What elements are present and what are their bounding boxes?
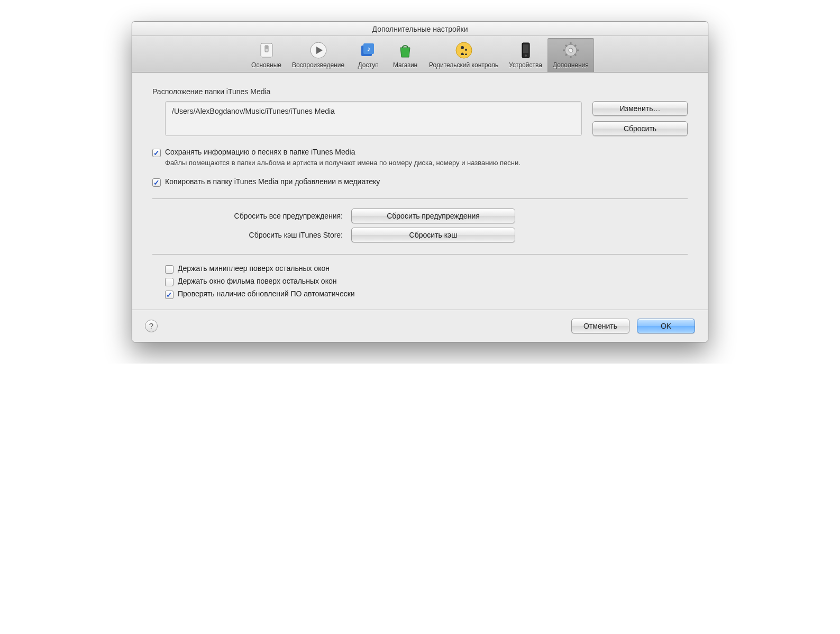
auto-update-checkbox[interactable] xyxy=(165,291,174,299)
change-button[interactable]: Изменить… xyxy=(592,101,688,116)
toolbar: Основные Воспроизведение ♪ Доступ Магази… xyxy=(132,36,708,73)
reset-cache-label: Сбросить кэш iTunes Store: xyxy=(152,231,343,239)
preferences-window: Дополнительные настройки Основные Воспро… xyxy=(132,21,708,342)
divider xyxy=(152,254,688,255)
tab-label: Доступ xyxy=(358,61,379,69)
help-button[interactable]: ? xyxy=(145,320,158,332)
svg-rect-2 xyxy=(266,46,268,49)
svg-point-9 xyxy=(461,46,464,49)
copy-media-label: Копировать в папку iTunes Media при доба… xyxy=(165,177,380,186)
svg-point-10 xyxy=(465,49,467,51)
svg-line-20 xyxy=(565,45,567,47)
tab-label: Основные xyxy=(251,61,281,69)
shopping-bag-icon xyxy=(395,40,415,60)
music-folder-icon: ♪ xyxy=(358,40,378,60)
ok-button[interactable]: OK xyxy=(637,319,695,333)
divider xyxy=(152,198,688,199)
tab-devices[interactable]: Устройства xyxy=(504,38,547,72)
movie-ontop-label: Держать окно фильма поверх остальных око… xyxy=(178,277,336,285)
footer: ? Отменить OK xyxy=(132,310,708,342)
tab-advanced[interactable]: Дополнения xyxy=(547,38,594,72)
tab-label: Дополнения xyxy=(553,61,589,69)
switch-icon xyxy=(257,40,277,60)
tab-label: Магазин xyxy=(393,61,417,69)
window-title: Дополнительные настройки xyxy=(132,22,708,36)
miniplayer-ontop-checkbox[interactable] xyxy=(165,265,174,274)
media-location-label: Расположение папки iTunes Media xyxy=(152,87,688,96)
keep-info-checkbox[interactable] xyxy=(152,149,161,157)
tab-parental[interactable]: Родительский контроль xyxy=(424,38,504,72)
content-area: Расположение папки iTunes Media /Users/A… xyxy=(132,73,708,310)
tab-playback[interactable]: Воспроизведение xyxy=(287,38,350,72)
movie-ontop-checkbox[interactable] xyxy=(165,278,174,286)
keep-info-label: Сохранять информацию о песнях в папке iT… xyxy=(165,148,521,156)
svg-point-13 xyxy=(525,55,527,57)
svg-line-22 xyxy=(565,54,567,56)
reset-warnings-button[interactable]: Сбросить предупреждения xyxy=(351,209,515,223)
svg-text:♪: ♪ xyxy=(367,44,371,53)
copy-media-checkbox[interactable] xyxy=(152,178,161,187)
gear-icon xyxy=(561,40,581,60)
auto-update-label: Проверять наличие обновлений ПО автомати… xyxy=(178,289,355,298)
tab-sharing[interactable]: ♪ Доступ xyxy=(350,38,387,72)
tab-label: Устройства xyxy=(509,61,542,69)
miniplayer-ontop-label: Держать миниплеер поверх остальных окон xyxy=(178,264,330,273)
media-path-display: /Users/AlexBogdanov/Music/iTunes/iTunes … xyxy=(165,101,582,136)
parental-icon xyxy=(454,40,474,60)
tab-general[interactable]: Основные xyxy=(246,38,287,72)
tab-label: Воспроизведение xyxy=(292,61,344,69)
reset-cache-button[interactable]: Сбросить кэш xyxy=(351,228,515,242)
play-icon xyxy=(308,40,328,60)
keep-info-description: Файлы помещаются в папки альбома и артис… xyxy=(165,158,521,168)
tab-label: Родительский контроль xyxy=(429,61,498,69)
svg-line-23 xyxy=(574,45,576,47)
tab-store[interactable]: Магазин xyxy=(387,38,424,72)
svg-point-8 xyxy=(456,42,472,58)
reset-warnings-label: Сбросить все предупреждения: xyxy=(152,212,343,220)
device-icon xyxy=(516,40,536,60)
reset-button[interactable]: Сбросить xyxy=(592,121,688,136)
svg-line-21 xyxy=(574,54,576,56)
svg-rect-12 xyxy=(523,44,528,53)
svg-point-15 xyxy=(569,48,573,52)
cancel-button[interactable]: Отменить xyxy=(571,319,629,333)
